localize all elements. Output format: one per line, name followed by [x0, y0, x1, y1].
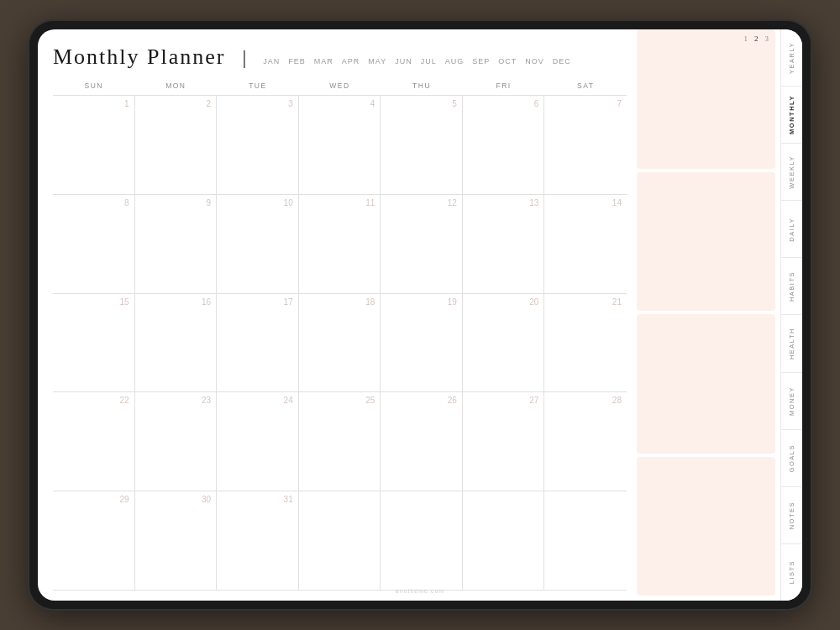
month-sep[interactable]: SEP — [472, 57, 490, 66]
cell-9[interactable]: 9 — [135, 195, 218, 293]
header-mon: MON — [135, 78, 218, 95]
cell-10[interactable]: 10 — [217, 195, 299, 293]
month-oct[interactable]: OCT — [498, 57, 517, 66]
header-wed: WED — [299, 78, 381, 95]
cell-6[interactable]: 6 — [463, 96, 545, 194]
nav-lists[interactable]: LISTS — [781, 544, 802, 601]
nav-label-habits: HABITS — [788, 271, 795, 302]
cell-17[interactable]: 17 — [217, 294, 299, 392]
cell-11[interactable]: 11 — [299, 195, 381, 293]
cell-15[interactable]: 15 — [53, 294, 135, 392]
header-tue: TUE — [217, 78, 299, 95]
cell-23[interactable]: 23 — [135, 392, 218, 491]
month-jul[interactable]: JUL — [421, 57, 437, 66]
cell-24[interactable]: 24 — [217, 392, 299, 491]
cell-1[interactable]: 1 — [53, 96, 135, 194]
device-frame: 1 2 3 Monthly Planner | JAN FEB MAR APR … — [29, 21, 811, 609]
right-panels — [633, 29, 780, 601]
header-fri: FRI — [463, 78, 545, 95]
calendar-wrapper: SUN MON TUE WED THU FRI SAT 1 2 3 4 5 — [53, 78, 627, 591]
month-jun[interactable]: JUN — [395, 57, 412, 66]
cell-8[interactable]: 8 — [53, 195, 135, 293]
header-sat: SAT — [544, 78, 627, 95]
nav-label-monthly: MONTHLY — [788, 95, 795, 134]
cell-4[interactable]: 4 — [299, 96, 381, 194]
cell-2[interactable]: 2 — [135, 96, 218, 194]
nav-label-notes: NOTES — [788, 501, 795, 529]
panel-4[interactable] — [637, 457, 775, 596]
month-jan[interactable]: JAN — [263, 57, 280, 66]
cell-25[interactable]: 25 — [299, 392, 381, 491]
cell-3[interactable]: 3 — [217, 96, 299, 194]
page-dot-3[interactable]: 3 — [765, 34, 769, 43]
nav-goals[interactable]: GOALS — [781, 430, 802, 486]
nav-label-yearly: YEARLY — [788, 42, 795, 74]
cell-5[interactable]: 5 — [381, 96, 463, 194]
header-thu: THU — [381, 78, 463, 95]
cell-29[interactable]: 29 — [53, 491, 135, 590]
header: Monthly Planner | JAN FEB MAR APR MAY JU… — [53, 45, 627, 70]
month-aug[interactable]: AUG — [445, 57, 465, 66]
cell-13[interactable]: 13 — [463, 195, 545, 293]
cell-18[interactable]: 18 — [299, 294, 381, 392]
cell-27[interactable]: 27 — [463, 392, 545, 491]
nav-weekly[interactable]: WEEKLY — [781, 144, 802, 200]
title-divider: | — [243, 46, 247, 69]
cell-20[interactable]: 20 — [463, 294, 545, 392]
page-dot-2[interactable]: 2 — [754, 34, 759, 43]
page-dot-1[interactable]: 1 — [744, 34, 748, 43]
cell-22[interactable]: 22 — [53, 392, 135, 491]
cell-7[interactable]: 7 — [544, 96, 627, 194]
nav-label-goals: GOALS — [788, 444, 795, 472]
calendar-row-2: 8 9 10 11 12 13 14 — [53, 195, 627, 294]
month-apr[interactable]: APR — [342, 57, 360, 66]
month-dec[interactable]: DEC — [553, 57, 571, 66]
panel-2[interactable] — [637, 172, 775, 312]
watermark: anotheme.com — [396, 588, 444, 594]
cell-empty-4 — [544, 491, 627, 590]
month-feb[interactable]: FEB — [288, 57, 306, 66]
nav-label-daily: DAILY — [788, 218, 795, 242]
cell-empty-1 — [299, 491, 381, 590]
cell-31[interactable]: 31 — [217, 491, 299, 590]
calendar-row-1: 1 2 3 4 5 6 7 — [53, 96, 627, 195]
cell-30[interactable]: 30 — [135, 491, 218, 590]
right-nav: YEARLY MONTHLY WEEKLY DAILY HABITS HEALT… — [780, 29, 802, 601]
cell-21[interactable]: 21 — [544, 294, 627, 392]
nav-habits[interactable]: HABITS — [781, 258, 802, 314]
nav-label-money: MONEY — [788, 386, 795, 416]
main-content: Monthly Planner | JAN FEB MAR APR MAY JU… — [38, 29, 633, 601]
cell-12[interactable]: 12 — [381, 195, 463, 293]
calendar-row-3: 15 16 17 18 19 20 21 — [53, 294, 627, 393]
cell-16[interactable]: 16 — [135, 294, 218, 392]
month-nov[interactable]: NOV — [525, 57, 544, 66]
nav-daily[interactable]: DAILY — [781, 201, 802, 257]
month-navigation: JAN FEB MAR APR MAY JUN JUL AUG SEP OCT … — [263, 57, 570, 66]
nav-money[interactable]: MONEY — [781, 373, 802, 429]
nav-label-weekly: WEEKLY — [788, 155, 795, 189]
nav-yearly[interactable]: YEARLY — [781, 29, 802, 86]
nav-health[interactable]: HEALTH — [781, 315, 802, 371]
calendar-grid: 1 2 3 4 5 6 7 8 9 10 11 12 — [53, 95, 627, 591]
cell-26[interactable]: 26 — [381, 392, 463, 491]
cell-19[interactable]: 19 — [381, 294, 463, 392]
panel-1[interactable] — [637, 29, 775, 169]
cell-14[interactable]: 14 — [544, 195, 627, 293]
panel-3[interactable] — [637, 314, 775, 454]
calendar-row-5: 29 30 31 — [53, 491, 627, 591]
pagination-dots: 1 2 3 — [744, 34, 769, 43]
calendar-row-4: 22 23 24 25 26 27 28 — [53, 392, 627, 491]
header-sun: SUN — [53, 78, 135, 95]
nav-label-health: HEALTH — [788, 328, 795, 360]
page-title: Monthly Planner — [53, 45, 226, 70]
nav-notes[interactable]: NOTES — [781, 487, 802, 543]
nav-label-lists: LISTS — [788, 560, 795, 584]
device-screen: 1 2 3 Monthly Planner | JAN FEB MAR APR … — [38, 29, 802, 601]
cell-28[interactable]: 28 — [544, 392, 627, 491]
cell-empty-2 — [381, 491, 463, 590]
month-mar[interactable]: MAR — [314, 57, 333, 66]
nav-monthly[interactable]: MONTHLY — [781, 87, 802, 143]
cell-empty-3 — [463, 491, 545, 590]
day-headers: SUN MON TUE WED THU FRI SAT — [53, 78, 627, 95]
month-may[interactable]: MAY — [368, 57, 386, 66]
